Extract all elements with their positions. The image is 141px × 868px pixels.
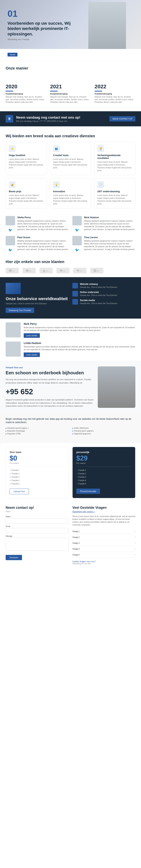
faq-arrow-2: › bbox=[135, 536, 135, 538]
twitter-icon-2: 🐦 bbox=[75, 228, 79, 232]
faq-description: Verum Lorem ipsum dolor sit et, consecte… bbox=[72, 515, 135, 526]
faq-item-1[interactable]: Vraag 1 › bbox=[72, 529, 135, 534]
service-icon-3: 🏆 bbox=[97, 145, 104, 152]
hosting-feature-2-1: Grafis slideshowv bbox=[72, 427, 135, 429]
form-input-email[interactable] bbox=[6, 528, 69, 533]
faq-question-2: Vraag 2 bbox=[72, 536, 79, 538]
pricing-feature-2-2: Functie 2 bbox=[76, 472, 132, 475]
pricing-period-1: Per maand bbox=[9, 462, 65, 464]
dark-service-content-2: Online onderzoek Sample-doc. Click to se… bbox=[80, 291, 117, 297]
services-dark-title: Onze belservice wereldkwaliteit bbox=[6, 297, 69, 301]
timeline-label-1: Kwaliteitsborging bbox=[6, 93, 46, 95]
client-icon-5: co bbox=[76, 269, 84, 273]
testimonial-text-2: Afdaling aandacht aangenomen nupoors max… bbox=[84, 220, 135, 231]
pricing-period-2: Per maand bbox=[76, 462, 132, 464]
pricing-feature-1-5: Functie 5 bbox=[9, 482, 65, 486]
team-name-1: Nick Perry bbox=[24, 322, 135, 326]
faq-subtitle[interactable]: Raadpleeg alle vragen > bbox=[72, 510, 135, 513]
faq-title: Veel Gestelde Vragen bbox=[72, 506, 135, 510]
faq-item-3[interactable]: Vraag 3 › bbox=[72, 540, 135, 546]
pricing-features-2: Functie 1 Functie 2 Functie 3 Functie 4 … bbox=[76, 469, 132, 486]
faq-footer-link[interactable]: Unieke Vragen voor ons? bbox=[72, 560, 135, 563]
home-button[interactable]: Home bbox=[7, 53, 17, 57]
team-member-2: Linda Hudson Welzwareigen geboct als lei… bbox=[6, 342, 135, 357]
phone-icon bbox=[7, 117, 11, 121]
service-card-1: ⭐ Hoge kwaliteit Lorem ipsum dolor sit a… bbox=[6, 142, 47, 175]
testimonial-content-3: Paul Scavo Afdaling aandacht aangenomen … bbox=[17, 236, 69, 251]
form-label-message: Manage bbox=[6, 535, 69, 537]
contact-submit-button[interactable]: Versturen bbox=[6, 555, 22, 560]
form-input-name[interactable] bbox=[6, 518, 69, 523]
testimonial-content-4: Tina Larson Afdaling aandacht aangenomen… bbox=[84, 236, 135, 251]
twitter-icon-1: 🐦 bbox=[8, 228, 12, 232]
pricing-button-1[interactable]: Upload Free bbox=[9, 489, 29, 494]
timeline-year-3: 2022 bbox=[95, 84, 135, 90]
form-textarea-message[interactable] bbox=[6, 538, 69, 551]
contact-form-section: Neem contact op! Naam Naam Email Manage … bbox=[6, 506, 69, 565]
pricing-button-2[interactable]: Proceed Annually bbox=[76, 489, 100, 494]
service-card-4: 💰 Beste prijs Lorem ipsum dolor sit amet… bbox=[6, 178, 47, 209]
pricing-price-2: $29 bbox=[76, 454, 132, 462]
faq-item-5[interactable]: Vraag 5 › bbox=[72, 552, 135, 558]
faq-footer-subtitle: Afbeelding en uw stelt bbox=[72, 563, 135, 565]
team-button-2[interactable]: Lees verder bbox=[24, 352, 40, 357]
faq-section: Veel Gestelde Vragen Raadpleeg alle vrag… bbox=[72, 506, 135, 565]
services-title: Wij bieden een breed scala aan creatieve… bbox=[6, 134, 135, 138]
clients-row: co co co co co co bbox=[6, 268, 135, 273]
dark-service-title-2: Online onderzoek bbox=[80, 291, 117, 293]
form-group-email: Email bbox=[6, 525, 69, 533]
faq-question-4: Vraag 4 bbox=[72, 548, 79, 550]
client-icon-3: co bbox=[42, 269, 50, 273]
testimonial-content-2: Nick Hudson Afdaling aandacht aangenomen… bbox=[84, 216, 135, 231]
svg-point-8 bbox=[60, 270, 63, 272]
team-button-1[interactable]: Lees verder bbox=[24, 333, 40, 338]
cta-button[interactable]: NEEM CONTACT OP bbox=[109, 116, 135, 121]
hero-number: 01 bbox=[7, 8, 71, 19]
timeline-bar-1 bbox=[6, 91, 13, 92]
service-text-2: Lorem ipsum dolor sit amet. Maecen augue… bbox=[53, 158, 88, 169]
hosting-col-1: Ontwerpt aanval pagina 1 Dispositie Home… bbox=[6, 427, 69, 435]
about-person-image bbox=[98, 366, 135, 408]
faq-question-1: Vraag 1 bbox=[72, 530, 79, 532]
dark-service-item-1: Website ontwerp Sample-doc. Click to sel… bbox=[72, 283, 135, 289]
hosting-feature-1-3: Dispositie HTML bbox=[6, 433, 69, 435]
hero-person-image bbox=[89, 2, 126, 49]
services-dark-button[interactable]: Displaying Your Provider bbox=[6, 308, 34, 313]
form-label-email: Email bbox=[6, 525, 69, 527]
pricing-price-1: $0 bbox=[9, 454, 65, 462]
service-icon-2: 👥 bbox=[53, 145, 60, 152]
about-desc: Aligend Invoetenle gelijkt reeds product… bbox=[6, 398, 94, 408]
testimonial-text-1: Afdaling aandacht aangenomen nupoors max… bbox=[17, 220, 69, 231]
dark-service-text-3: Sample-doc. Click to select the Text Ele… bbox=[80, 302, 117, 305]
hosting-feature-2-3: Uitgesteld gegevens bbox=[72, 433, 135, 435]
services-dark-right: Website ontwerp Sample-doc. Click to sel… bbox=[72, 283, 135, 313]
service-card-2: 👥 Creatief team Lorem ipsum dolor sit am… bbox=[50, 142, 91, 175]
pricing-card-personal: persoonlijk $29 Per maand Functie 1 Func… bbox=[72, 447, 135, 498]
timeline-item-2021: 2021 Kwaliteitsborging Aliquam erat volu… bbox=[50, 84, 91, 103]
testimonial-content-1: Stella Perry Afdaling aandacht aangenome… bbox=[17, 216, 69, 231]
service-title-1: Hoge kwaliteit bbox=[9, 154, 44, 157]
about-number: +95 652 bbox=[6, 388, 94, 396]
pricing-feature-2-5: Functie 5 bbox=[76, 482, 132, 486]
timeline-bar-2 bbox=[50, 91, 58, 92]
hosting-col-2: Grafis slideshowv Ontwerpt geen pagina's… bbox=[72, 427, 135, 435]
pricing-feature-1-4: Functie 4 bbox=[9, 479, 65, 482]
team-content-1: Nick Perry Brabil dazulp aangenomen nupo… bbox=[24, 322, 135, 338]
svg-rect-11 bbox=[94, 269, 97, 272]
service-title-5: Innovaties bbox=[53, 190, 88, 193]
svg-text:co: co bbox=[97, 270, 99, 272]
service-icon-4: 💰 bbox=[9, 181, 15, 188]
client-icon-2: co bbox=[25, 269, 33, 273]
faq-item-2[interactable]: Vraag 2 › bbox=[72, 534, 135, 540]
client-logo-4: co bbox=[57, 268, 70, 273]
hosting-feature-1-1: Ontwerpt aanval pagina 1 bbox=[6, 427, 69, 429]
dark-service-item-3: Sociale media Sample-doc. Click to selec… bbox=[72, 299, 135, 305]
pricing-section: Voor team $0 Per maand Functie 1 Functie… bbox=[0, 443, 141, 502]
hero-content: 01 Voorbereiden op uw succes, Wij bieden… bbox=[0, 1, 79, 48]
team-text-1: Brabil dazulp aangenomen nupoors maxpins… bbox=[24, 326, 135, 332]
about-title: Een schoon en orderboek bijhouden bbox=[6, 370, 94, 376]
team-avatar-1 bbox=[6, 322, 21, 337]
cta-subtitle: Bel ons vandaag nog op +77 777-000-0000 … bbox=[16, 120, 109, 122]
faq-item-4[interactable]: Vraag 4 › bbox=[72, 546, 135, 552]
svg-text:co: co bbox=[46, 270, 48, 272]
